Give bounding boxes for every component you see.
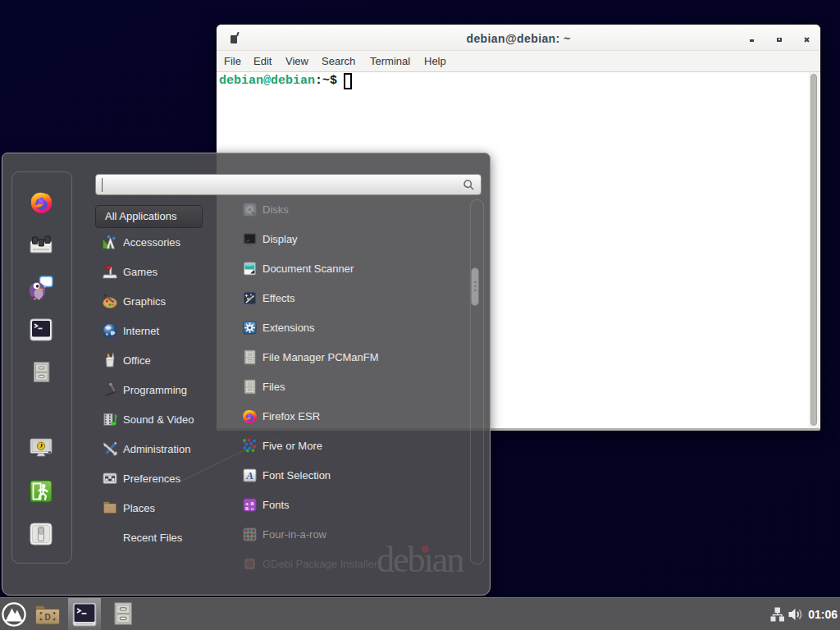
svg-text:a: a	[245, 505, 249, 511]
svg-text:A: A	[245, 469, 253, 482]
svg-text:D: D	[44, 613, 50, 622]
svg-text:a: a	[251, 505, 254, 512]
